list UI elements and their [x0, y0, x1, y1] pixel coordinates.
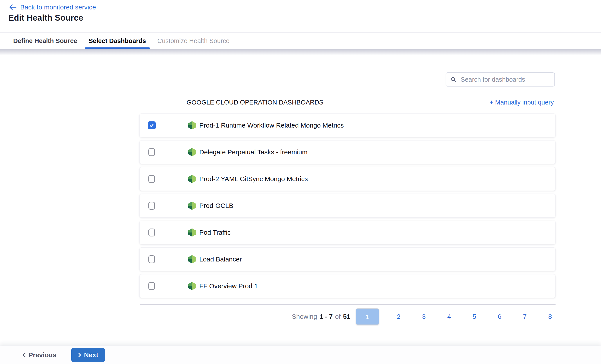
- next-button-label: Next: [84, 351, 98, 359]
- dashboard-list: Prod-1 Runtime Workflow Related Mongo Me…: [139, 113, 556, 301]
- dashboard-label: Prod-1 Runtime Workflow Related Mongo Me…: [199, 122, 344, 129]
- checkbox[interactable]: [148, 282, 155, 290]
- dashboard-label: FF Overview Prod 1: [199, 282, 258, 290]
- search-input[interactable]: [460, 76, 550, 83]
- page-button-6[interactable]: 6: [494, 313, 505, 320]
- tab-bar-shadow: [0, 49, 601, 55]
- pagination: Showing 1 - 7 of 51 1 2 3 4 5 6 7 8: [139, 308, 556, 325]
- dashboard-hexagon-icon: [188, 121, 196, 130]
- dashboard-label: Delegate Perpetual Tasks - freemium: [199, 148, 308, 156]
- dashboard-hexagon-icon: [188, 255, 196, 264]
- tab-define-health-source[interactable]: Define Health Source: [8, 32, 83, 49]
- page-button-2[interactable]: 2: [393, 313, 404, 320]
- dashboard-hexagon-icon: [188, 282, 196, 291]
- back-link-label: Back to monitored service: [20, 3, 96, 11]
- list-item[interactable]: Prod-1 Runtime Workflow Related Mongo Me…: [139, 113, 556, 137]
- page-buttons: 1 2 3 4 5 6 7 8: [350, 308, 556, 325]
- manually-input-query-link[interactable]: + Manually input query: [490, 99, 554, 106]
- checkbox[interactable]: [148, 229, 155, 236]
- checkbox[interactable]: [148, 175, 155, 183]
- page-button-8[interactable]: 8: [545, 313, 556, 320]
- page-button-3[interactable]: 3: [418, 313, 429, 320]
- list-header: GOOGLE CLOUD OPERATION DASHBOARDS + Manu…: [139, 98, 556, 108]
- list-item[interactable]: Load Balancer: [139, 247, 556, 271]
- page-button-7[interactable]: 7: [519, 313, 530, 320]
- pagination-summary: Showing 1 - 7 of 51: [292, 313, 350, 320]
- footer-bar: Previous Next: [0, 345, 601, 364]
- dashboard-search-box[interactable]: [446, 72, 555, 87]
- showing-range: 1 - 7: [320, 313, 333, 320]
- dashboard-hexagon-icon: [188, 201, 196, 210]
- dashboard-label: Prod-2 YAML GitSync Mongo Metrics: [199, 175, 308, 183]
- of-label: of: [335, 313, 341, 320]
- list-divider: [140, 304, 556, 305]
- next-button[interactable]: Next: [71, 348, 105, 362]
- page-button-5[interactable]: 5: [469, 313, 480, 320]
- showing-label: Showing: [292, 313, 317, 320]
- list-item[interactable]: Delegate Perpetual Tasks - freemium: [139, 140, 556, 164]
- chevron-left-icon: [22, 352, 26, 358]
- back-arrow-icon: [9, 4, 17, 10]
- page-title: Edit Health Source: [8, 13, 83, 23]
- dashboard-label: Load Balancer: [199, 255, 242, 263]
- page-button-1[interactable]: 1: [356, 308, 379, 325]
- tab-customize-health-source[interactable]: Customize Health Source: [152, 32, 235, 49]
- check-icon: [149, 122, 155, 128]
- dashboard-label: Pod Traffic: [199, 229, 231, 236]
- list-item[interactable]: Prod-GCLB: [139, 194, 556, 218]
- checkbox[interactable]: [148, 121, 156, 129]
- edit-health-source-page: Back to monitored service Edit Health So…: [0, 0, 601, 364]
- dashboard-hexagon-icon: [188, 228, 196, 237]
- tab-bar: Define Health Source Select Dashboards C…: [0, 32, 601, 49]
- dashboard-hexagon-icon: [188, 148, 196, 157]
- tab-select-dashboards[interactable]: Select Dashboards: [83, 32, 152, 49]
- search-icon: [451, 76, 456, 83]
- list-item[interactable]: FF Overview Prod 1: [139, 274, 556, 298]
- back-link[interactable]: Back to monitored service: [9, 3, 96, 11]
- checkbox[interactable]: [148, 202, 155, 210]
- previous-button-label: Previous: [29, 351, 56, 359]
- checkbox[interactable]: [148, 255, 155, 263]
- showing-total: 51: [343, 313, 350, 320]
- list-item[interactable]: Pod Traffic: [139, 221, 556, 244]
- dashboard-hexagon-icon: [188, 174, 196, 183]
- dashboard-label: Prod-GCLB: [199, 202, 233, 209]
- list-item[interactable]: Prod-2 YAML GitSync Mongo Metrics: [139, 167, 556, 191]
- previous-button[interactable]: Previous: [21, 351, 58, 359]
- group-title: GOOGLE CLOUD OPERATION DASHBOARDS: [187, 99, 323, 106]
- checkbox[interactable]: [148, 148, 155, 156]
- chevron-right-icon: [78, 352, 81, 358]
- page-button-4[interactable]: 4: [444, 313, 455, 320]
